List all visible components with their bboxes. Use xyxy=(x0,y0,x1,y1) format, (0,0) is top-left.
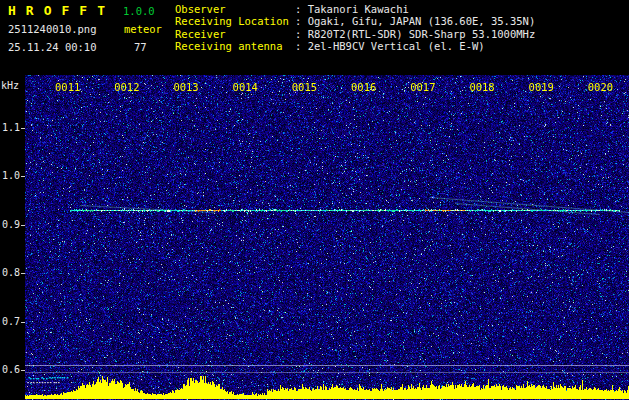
time-tick-label: 0014 xyxy=(233,81,258,93)
spectrogram-canvas xyxy=(25,75,629,400)
info-value: : R820T2(RTL-SDR) SDR-Sharp 53.1000MHz xyxy=(295,28,535,40)
time-tick-label: 0011 xyxy=(55,81,80,93)
time-tick-label: 0013 xyxy=(173,81,198,93)
freq-tick-label: 1.0 xyxy=(0,170,20,181)
freq-tick-mark xyxy=(21,176,25,177)
station-info-row: Receiving Location: Ogaki, Gifu, JAPAN (… xyxy=(175,15,535,27)
info-label: Receiver xyxy=(175,28,295,40)
station-info-row: Receiver: R820T2(RTL-SDR) SDR-Sharp 53.1… xyxy=(175,28,535,40)
freq-tick-label: 1.1 xyxy=(0,122,20,133)
freq-tick-mark xyxy=(21,225,25,226)
freq-tick-mark xyxy=(21,322,25,323)
time-tick-label: 0019 xyxy=(529,81,554,93)
station-info: Observer: Takanori KawachiReceiving Loca… xyxy=(175,3,535,53)
freq-tick-label: 0.6 xyxy=(0,364,20,375)
y-axis-unit-label: kHz xyxy=(1,80,19,91)
station-info-row: Receiving antenna: 2el-HB9CV Vertical (e… xyxy=(175,40,535,52)
time-tick-label: 0015 xyxy=(292,81,317,93)
info-label: Receiving antenna xyxy=(175,40,295,52)
freq-tick-label: 0.7 xyxy=(0,316,20,327)
app-version: 1.0.0 xyxy=(123,5,155,17)
info-value: : 2el-HB9CV Vertical (el. E-W) xyxy=(295,40,485,52)
info-label: Receiving Location xyxy=(175,15,295,27)
echo-count: 77 xyxy=(134,41,147,53)
app-title: HROFFT xyxy=(8,3,115,18)
time-tick-label: 0018 xyxy=(469,81,494,93)
time-tick-label: 0020 xyxy=(588,81,613,93)
info-value: : Takanori Kawachi xyxy=(295,3,409,15)
output-filename: 2511240010.png xyxy=(8,23,97,35)
hrofft-spectrogram-window: HROFFT 1.0.0 2511240010.png meteor 25.11… xyxy=(0,0,629,400)
time-tick-label: 0017 xyxy=(410,81,435,93)
info-label: Observer xyxy=(175,3,295,15)
freq-tick-mark xyxy=(21,273,25,274)
station-info-row: Observer: Takanori Kawachi xyxy=(175,3,535,15)
time-tick-label: 0012 xyxy=(114,81,139,93)
freq-tick-mark xyxy=(21,370,25,371)
freq-tick-label: 0.9 xyxy=(0,219,20,230)
time-tick-label: 0016 xyxy=(351,81,376,93)
info-value: : Ogaki, Gifu, JAPAN (136.60E, 35.35N) xyxy=(295,15,535,27)
mode-label: meteor xyxy=(124,23,162,35)
observation-datetime: 25.11.24 00:10 xyxy=(8,41,97,53)
freq-tick-mark xyxy=(21,128,25,129)
freq-tick-label: 0.8 xyxy=(0,267,20,278)
